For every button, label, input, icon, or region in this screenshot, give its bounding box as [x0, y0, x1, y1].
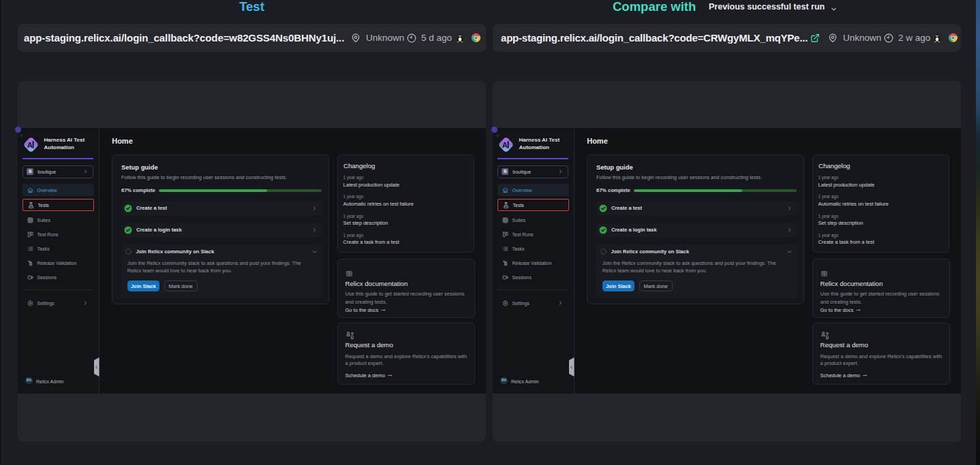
- svg-text:A: A: [502, 141, 508, 149]
- svg-text:A: A: [27, 141, 33, 149]
